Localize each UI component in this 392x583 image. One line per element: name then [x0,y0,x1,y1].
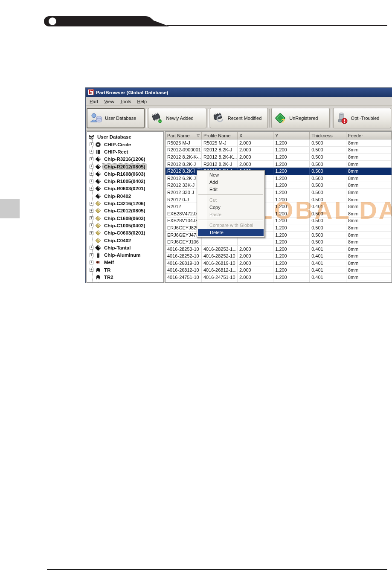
cell: 8mm [346,154,392,161]
cell: 2.000 [238,246,273,253]
chip-r-icon [95,164,102,170]
expand-icon[interactable]: + [88,223,95,227]
tree-item-chip-r0603-0201[interactable]: +Chip-R0603(0201) [88,185,163,192]
cell: 0.401 [310,253,346,260]
recent-modified-button[interactable]: Recent Modified [210,108,268,128]
context-menu-item-cut: Cut [197,197,264,204]
toolbar-button-label: Opti-Troubled [351,116,380,121]
table-row[interactable]: 4016-26819-104016-26819-102.0001.2000.40… [166,260,392,267]
tree-item-chip-aluminum[interactable]: +Chip-Aluminum [88,251,163,258]
expand-icon[interactable]: + [88,268,95,272]
tree-item-chip-r1608-0603[interactable]: +Chip-R1608(0603) [88,170,163,177]
tree-item-chip-rect[interactable]: +CHIP-Rect [88,148,163,155]
context-menu-item-copy[interactable]: Copy [197,204,264,211]
cell: 8mm [346,260,392,267]
table-row[interactable]: R2012 8.2K-K-...R2012 8.2K-K...2.0001.20… [166,154,392,161]
tree-item-label: Chip-R1608(0603) [103,171,147,177]
tree-item-chip-r3216-1206[interactable]: +Chip-R3216(1206) [88,156,163,163]
tree-item-chip-c0402[interactable]: Chip-C0402 [88,237,163,244]
cell: 0.500 [310,196,346,203]
tree-item-user-database[interactable]: User Database [88,133,163,141]
table-row[interactable]: 4016-23162-104016-23162-1...2.0001.2000.… [166,281,392,283]
tree-item-chip-tantal[interactable]: +Chip-Tantal [88,244,163,251]
tree-item-trimmer[interactable]: +Trimmer [88,281,163,283]
table-row[interactable]: ERJ6GEYJ1061.2000.5008mm [166,238,392,246]
menu-part[interactable]: Part [87,98,102,105]
tree-item-chip-c3216-1206[interactable]: +Chip-C3216(1206) [88,200,163,207]
table-row[interactable]: 4016-28252-104016-28252-102.0001.2000.40… [166,253,392,260]
chip-r-icon [95,156,102,162]
tree-items: +CHIP-Circle+CHIP-Rect+Chip-R3216(1206)+… [88,141,163,283]
tree-item-label: Chip-C3216(1206) [103,200,147,206]
cell: 1.200 [273,182,310,189]
cell: 1.200 [273,203,310,210]
column-header-x[interactable]: X [238,132,273,139]
opti-troubled-button[interactable]: Opti-Troubled [333,108,391,128]
column-header-feeder[interactable]: Feeder [346,132,392,139]
table-row[interactable]: 4016-26812-104016-26812-1...2.0001.2000.… [166,267,392,274]
cell: 8mm [346,267,392,274]
cell: 1.200 [273,218,310,225]
cell: 0.500 [310,210,346,218]
tree-item-tr2[interactable]: TR2 [88,273,163,281]
tree-item-chip-c1005-0402[interactable]: +Chip-C1005(0402) [88,222,163,229]
tree-item-label: Trimmer [103,281,125,283]
expand-icon[interactable]: + [88,157,95,161]
tree-item-chip-c1608-0603[interactable]: +Chip-C1608(0603) [88,215,163,222]
expand-icon[interactable]: + [88,253,95,257]
table-row[interactable]: 4016-28253-104016-28253-1...2.0001.2000.… [166,246,392,253]
expand-icon[interactable]: + [88,202,95,206]
cell: 4016-24751-10 [202,274,238,281]
table-row[interactable]: R5025 M-JR5025 M-J2.0001.2000.5008mm [166,139,392,147]
menu-help[interactable]: Help [135,98,151,105]
title-bar[interactable]: PartBrowser (Global Database) [86,88,392,97]
unregistered-button[interactable]: ?UnRegistered [271,108,329,128]
tree-item-chip-r2012-0805[interactable]: +Chip-R2012(0805) [88,163,163,170]
expand-icon[interactable]: + [88,261,95,264]
expand-icon[interactable]: + [88,246,95,249]
table-row[interactable]: R2012 8.2K-JR2012 8.2K-J2.0001.2000.5008… [166,161,392,168]
tr-icon [95,267,102,273]
plus-glyph: + [90,246,93,249]
tree-item-chip-circle[interactable]: +CHIP-Circle [88,141,163,148]
expand-icon[interactable]: + [88,172,95,176]
cell: 8mm [346,218,392,225]
cell: 1.200 [273,196,310,203]
user-database-button[interactable]: User Database [87,108,145,128]
column-header-thickness[interactable]: Thickness [310,132,346,139]
table-row[interactable]: 4016-24751-104016-24751-102.0001.2000.40… [166,274,392,281]
expand-icon[interactable]: + [88,187,95,191]
menu-tools[interactable]: Tools [118,98,135,105]
tree-item-melf[interactable]: +Melf [88,259,163,266]
expand-icon[interactable]: + [88,209,95,213]
column-header-part-name[interactable]: Part Name▽ [166,132,202,139]
expand-icon[interactable]: + [88,180,95,183]
cell: 0.500 [310,175,346,182]
toolbar-button-label: UnRegistered [289,116,318,121]
menu-view[interactable]: View [102,98,118,105]
context-menu: NewAddEditCutCopyPasteCompare with Globa… [197,170,265,238]
expand-icon[interactable]: + [88,216,95,220]
expand-icon[interactable]: + [88,231,95,235]
column-header-profile-name[interactable]: Profile Name [202,132,238,139]
cell: R5025 M-J [166,139,202,147]
context-menu-item-delete[interactable]: Delete [198,229,264,236]
cell: 4016-26812-1... [202,267,238,274]
tree-item-chip-r1005-0402[interactable]: +Chip-R1005(0402) [88,177,163,185]
column-header-y[interactable]: Y [273,132,310,139]
table-row[interactable]: R2012-0900001R2012 8.2K-J2.0001.2000.500… [166,147,392,154]
tree-item-tr[interactable]: +TR [88,266,163,273]
chapter-tab-dot [49,17,56,25]
context-menu-item-add[interactable]: Add [197,179,264,186]
newly-added-button[interactable]: Newly Added [148,108,206,128]
tree-item-chip-r0402[interactable]: Chip-R0402 [88,192,163,200]
tree-item-label: Chip-R3216(1206) [103,156,147,162]
context-menu-item-new[interactable]: New [197,171,264,179]
expand-icon[interactable]: + [88,150,95,154]
expand-icon[interactable]: + [88,142,95,146]
tree-item-chip-c2012-0805[interactable]: +Chip-C2012(0805) [88,207,163,215]
expand-icon[interactable]: + [88,165,95,168]
tree-item-chip-c0603-0201[interactable]: +Chip-C0603(0201) [88,229,163,237]
cell: 1.200 [273,154,310,161]
context-menu-item-edit[interactable]: Edit [197,186,264,193]
